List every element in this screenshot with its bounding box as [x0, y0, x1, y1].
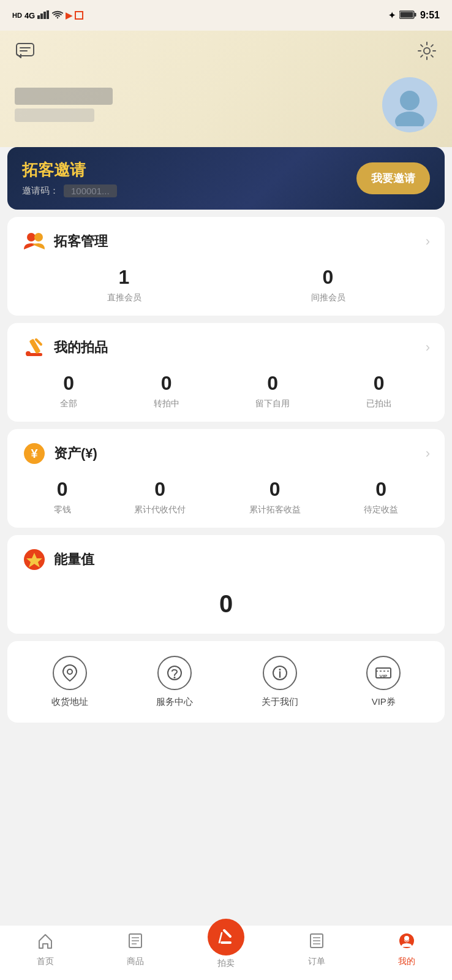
assets-chevron-icon[interactable]: › [426, 446, 430, 462]
svg-point-17 [26, 351, 31, 356]
energy-icon [22, 547, 47, 572]
svg-rect-6 [400, 12, 413, 17]
about-us-item[interactable]: 关于我们 [262, 656, 298, 708]
card-header-auction: 我的拍品 › [22, 335, 430, 360]
indirect-count: 0 [323, 266, 334, 289]
user-name-placeholder [15, 88, 113, 105]
indirect-label: 间推会员 [311, 292, 345, 303]
service-center-label: 服务中心 [156, 696, 193, 708]
svg-point-23 [67, 669, 72, 674]
vip-coupon-item[interactable]: VIP VIP券 [366, 656, 401, 708]
auctioning-count: 0 [161, 372, 172, 395]
invite-text: 拓客邀请 邀请码： 100001... [22, 159, 117, 197]
assets-icon: ¥ [22, 441, 47, 466]
sold-count: 0 [374, 372, 385, 395]
products-nav-label: 商品 [127, 956, 144, 967]
settings-icon[interactable] [416, 40, 437, 66]
my-auction-card: 我的拍品 › 0 全部 0 转拍中 0 留下自用 0 已拍出 [7, 323, 445, 422]
square-icon [75, 11, 83, 20]
invite-code-label: 邀请码： [22, 185, 59, 197]
home-icon [37, 932, 54, 954]
delivery-address-label: 收货地址 [51, 696, 88, 708]
nav-products[interactable]: 商品 [91, 932, 181, 967]
indirect-member-stat: 0 间推会员 [311, 266, 345, 303]
help-icon [157, 656, 192, 690]
svg-text:VIP: VIP [380, 674, 388, 679]
paid-label: 累计代收代付 [134, 504, 186, 515]
svg-point-14 [34, 233, 43, 241]
assets-stats: 0 零钱 0 累计代收代付 0 累计拓客收益 0 待定收益 [22, 478, 430, 515]
client-earnings-label: 累计拓客收益 [249, 504, 301, 515]
signal-4g: 4G [24, 11, 35, 20]
card-header-client: 拓客管理 › [22, 229, 430, 254]
vip-coupon-label: VIP券 [372, 696, 396, 708]
client-management-title: 拓客管理 [54, 232, 108, 251]
home-nav-label: 首页 [37, 956, 54, 967]
about-us-label: 关于我们 [262, 696, 298, 708]
svg-rect-7 [17, 44, 34, 56]
auction-center-btn[interactable] [208, 919, 244, 955]
svg-text:¥: ¥ [31, 447, 38, 460]
message-icon[interactable] [15, 40, 36, 66]
auctioning-stat: 0 转拍中 [154, 372, 179, 409]
svg-point-12 [395, 112, 424, 126]
play-icon: ▶ [66, 10, 72, 20]
paid-count: 0 [154, 478, 165, 501]
keep-count: 0 [267, 372, 278, 395]
svg-point-13 [27, 233, 36, 241]
bluetooth-icon: ✦ [388, 10, 396, 20]
delivery-address-item[interactable]: 收货地址 [51, 656, 88, 708]
client-stats: 1 直推会员 0 间推会员 [22, 266, 430, 303]
energy-value: 0 [22, 584, 430, 621]
auction-chevron-icon[interactable]: › [426, 340, 430, 355]
invite-button[interactable]: 我要邀请 [356, 162, 430, 194]
status-right-icons: ✦ 9:51 [388, 10, 440, 21]
user-section [15, 77, 437, 132]
svg-line-18 [36, 340, 41, 344]
invite-code-value: 100001... [64, 184, 117, 197]
svg-rect-0 [37, 15, 40, 19]
cash-label: 零钱 [54, 504, 71, 515]
products-icon [127, 932, 144, 954]
assets-title: 资产(¥) [54, 444, 97, 463]
client-chevron-icon[interactable]: › [426, 234, 430, 249]
card-title-row-auction: 我的拍品 [22, 335, 108, 360]
all-count: 0 [63, 372, 74, 395]
signal-bars [37, 10, 50, 21]
auctioning-label: 转拍中 [154, 398, 179, 409]
auction-title: 我的拍品 [54, 338, 108, 357]
client-earnings-count: 0 [269, 478, 281, 501]
time-display: 9:51 [420, 10, 440, 21]
card-title-row-assets: ¥ 资产(¥) [22, 441, 97, 466]
avatar[interactable] [382, 77, 437, 132]
pending-label: 待定收益 [364, 504, 398, 515]
direct-member-stat: 1 直推会员 [107, 266, 141, 303]
battery-icon [399, 10, 416, 21]
nav-mine[interactable]: 我的 [361, 932, 452, 967]
auction-icon [22, 335, 47, 360]
bottom-navigation: 首页 商品 拍卖 [0, 925, 452, 980]
nav-orders[interactable]: 订单 [271, 932, 362, 967]
svg-line-37 [224, 930, 230, 936]
invite-banner: 拓客邀请 邀请码： 100001... 我要邀请 [7, 147, 445, 210]
user-info [15, 88, 113, 122]
sold-label: 已拍出 [366, 398, 392, 409]
invite-code-row: 邀请码： 100001... [22, 184, 117, 197]
svg-rect-5 [414, 13, 416, 17]
svg-point-10 [424, 48, 430, 54]
svg-point-28 [279, 669, 281, 670]
keep-label: 留下自用 [255, 398, 290, 409]
header-icons [0, 40, 452, 66]
user-id-placeholder [15, 108, 94, 122]
nav-auction[interactable]: 拍卖 [181, 931, 271, 969]
nav-home[interactable]: 首页 [0, 932, 91, 967]
wifi-icon [52, 10, 63, 21]
service-row: 收货地址 服务中心 关于我们 VIP [7, 641, 445, 723]
cash-stat: 0 零钱 [54, 478, 71, 515]
location-icon [53, 656, 87, 690]
hd-indicator: HD [12, 12, 22, 19]
status-left-icons: HD 4G ▶ [12, 10, 83, 21]
sold-stat: 0 已拍出 [366, 372, 392, 409]
energy-title: 能量值 [54, 550, 94, 569]
service-center-item[interactable]: 服务中心 [156, 656, 193, 708]
